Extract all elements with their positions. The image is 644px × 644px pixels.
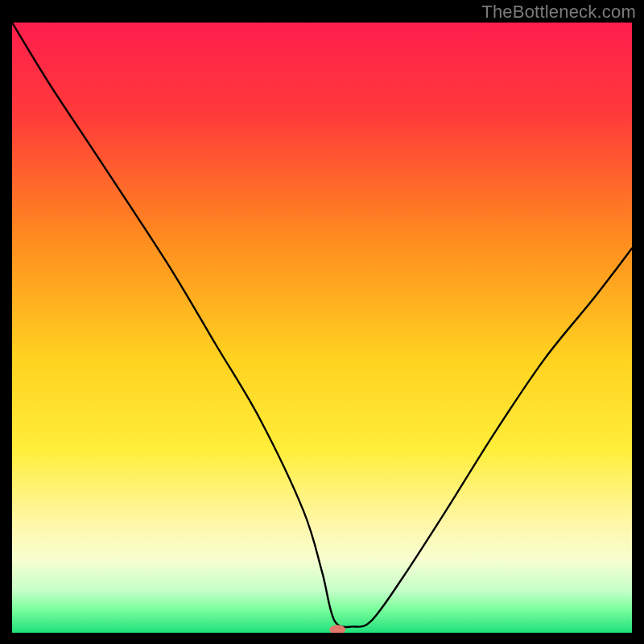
gradient-background: [12, 23, 632, 633]
chart-frame: TheBottleneck.com: [0, 0, 644, 644]
watermark-text: TheBottleneck.com: [481, 2, 636, 23]
plot-area: [12, 23, 632, 633]
chart-svg: [12, 23, 632, 633]
